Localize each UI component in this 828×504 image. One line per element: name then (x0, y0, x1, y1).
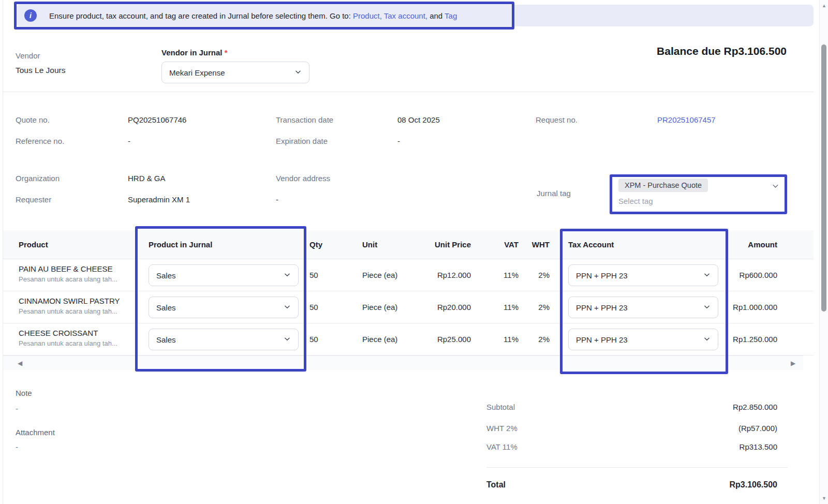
vendor-address-label: Vendor address (276, 174, 330, 183)
unit-price-value: Rp12.000 (398, 259, 471, 291)
scroll-right-icon[interactable]: ▶ (791, 356, 795, 370)
product-description: Pesanan untuk acara ulang tah... (19, 275, 117, 283)
reference-no-value: - (128, 137, 130, 145)
transaction-date-label: Transaction date (276, 115, 333, 124)
unit-value: Piece (ea) (362, 291, 397, 323)
col-wht: WHT (519, 230, 550, 259)
col-product: Product (19, 230, 48, 259)
banner-message: Ensure product, tax account, and tag are… (49, 11, 457, 20)
vertical-scrollbar[interactable]: ▲ ▼ (819, 0, 828, 504)
chevron-down-icon (772, 182, 779, 192)
attachment-value: - (16, 442, 18, 451)
wht-value: 2% (519, 291, 550, 323)
qty-value: 50 (309, 323, 318, 355)
banner-message-text: Ensure product, tax account, and tag are… (49, 11, 351, 20)
unit-value: Piece (ea) (362, 259, 397, 291)
info-icon: i (24, 9, 37, 22)
attachment-label: Attachment (16, 428, 55, 437)
tax-account-value: PPN + PPH 23 (576, 335, 628, 344)
banner-conjunction: and (430, 11, 442, 20)
vendor-in-jurnal-select[interactable]: Mekari Expense (161, 62, 309, 83)
reference-no-label: Reference no. (16, 137, 64, 145)
chevron-down-icon (284, 271, 291, 280)
col-unit-price: Unit Price (398, 230, 471, 259)
required-asterisk: * (225, 48, 228, 57)
requester-label: Requester (16, 195, 51, 204)
tax-account-select-3[interactable]: PPN + PPH 23 (568, 329, 718, 350)
wht-value: 2% (519, 323, 550, 355)
table-row: PAIN AU BEEF & CHEESE Pesanan untuk acar… (3, 259, 814, 291)
table-row: CHEESE CROISSANT Pesanan untuk acara ula… (3, 323, 814, 355)
link-tag[interactable]: Tag (445, 11, 457, 20)
wht-total-label: WHT 2% (486, 424, 518, 433)
table-header: Product Product in Jurnal Qty Unit Unit … (3, 230, 814, 259)
vendor-in-jurnal-value: Mekari Expense (169, 68, 225, 77)
amount-value: Rp1.000.000 (705, 291, 777, 323)
jurnal-tag-chip[interactable]: XPM - Purchase Quote (618, 179, 708, 192)
product-in-jurnal-select-3[interactable]: Sales (149, 329, 299, 350)
request-no-label: Request no. (536, 115, 578, 124)
chevron-down-icon (284, 335, 291, 344)
qty-value: 50 (309, 291, 318, 323)
request-no-link[interactable]: PR20251067457 (657, 115, 716, 124)
product-cell: PAIN AU BEEF & CHEESE Pesanan untuk acar… (19, 264, 117, 283)
link-product-tax-account[interactable]: Product, Tax account, (353, 11, 427, 20)
col-vat: VAT (487, 230, 519, 259)
organization-value: HRD & GA (128, 174, 166, 183)
qty-value: 50 (309, 259, 318, 291)
wht-total-value: (Rp57.000) (648, 424, 777, 433)
product-in-jurnal-select-2[interactable]: Sales (149, 297, 299, 318)
vendor-value: Tous Le Jours (16, 66, 66, 75)
vat-value: 11% (487, 291, 519, 323)
product-name: CINNAMON SWIRL PASTRY (19, 297, 120, 305)
product-description: Pesanan untuk acara ulang tah... (19, 307, 120, 315)
vendor-in-jurnal-label: Vendor in Jurnal * (161, 48, 228, 57)
scroll-up-icon[interactable]: ▲ (820, 3, 828, 8)
info-banner: i Ensure product, tax account, and tag a… (16, 5, 814, 26)
chevron-down-icon (294, 68, 302, 77)
jurnal-tag-label: Jurnal tag (537, 189, 571, 198)
jurnal-tag-placeholder: Select tag (618, 197, 653, 205)
scroll-down-icon[interactable]: ▼ (820, 496, 828, 501)
subtotal-label: Subtotal (486, 403, 515, 411)
col-amount: Amount (705, 230, 777, 259)
expiration-date-label: Expiration date (276, 137, 328, 145)
wht-value: 2% (519, 259, 550, 291)
vat-value: 11% (487, 323, 519, 355)
section-divider (3, 92, 814, 92)
scrollbar-thumb[interactable] (821, 45, 826, 312)
table-row: CINNAMON SWIRL PASTRY Pesanan untuk acar… (3, 291, 814, 323)
product-cell: CHEESE CROISSANT Pesanan untuk acara ula… (19, 329, 117, 347)
vendor-label: Vendor (16, 51, 40, 60)
vat-total-value: Rp313.500 (648, 442, 777, 451)
tax-account-value: PPN + PPH 23 (576, 303, 628, 312)
jurnal-tag-select[interactable]: XPM - Purchase Quote Select tag (612, 177, 785, 212)
total-label: Total (486, 480, 506, 490)
tax-account-select-2[interactable]: PPN + PPH 23 (568, 297, 718, 318)
subtotal-value: Rp2.850.000 (648, 403, 777, 411)
unit-price-value: Rp25.000 (398, 323, 471, 355)
vat-total-label: VAT 11% (486, 442, 518, 451)
col-unit: Unit (362, 230, 377, 259)
quote-no-label: Quote no. (16, 115, 50, 124)
product-name: CHEESE CROISSANT (19, 329, 117, 337)
chevron-down-icon (284, 303, 291, 312)
tax-account-value: PPN + PPH 23 (576, 271, 628, 280)
vendor-address-value: - (276, 195, 278, 204)
tax-account-select-1[interactable]: PPN + PPH 23 (568, 264, 718, 286)
product-in-jurnal-select-1[interactable]: Sales (149, 264, 299, 286)
product-name: PAIN AU BEEF & CHEESE (19, 264, 117, 273)
total-value: Rp3.106.500 (648, 480, 777, 490)
unit-value: Piece (ea) (362, 323, 397, 355)
balance-due: Balance due Rp3.106.500 (657, 45, 787, 57)
product-cell: CINNAMON SWIRL PASTRY Pesanan untuk acar… (19, 297, 120, 315)
col-tax-account: Tax Account (568, 230, 614, 259)
col-product-in-jurnal: Product in Jurnal (149, 230, 212, 259)
expiration-date-value: - (397, 137, 400, 145)
note-label: Note (16, 389, 32, 397)
unit-price-value: Rp20.000 (398, 291, 471, 323)
scroll-left-icon[interactable]: ◀ (18, 356, 22, 370)
amount-value: Rp600.000 (705, 259, 777, 291)
vat-value: 11% (487, 259, 519, 291)
table-horizontal-scrollbar[interactable]: ◀ ▶ (3, 355, 803, 370)
